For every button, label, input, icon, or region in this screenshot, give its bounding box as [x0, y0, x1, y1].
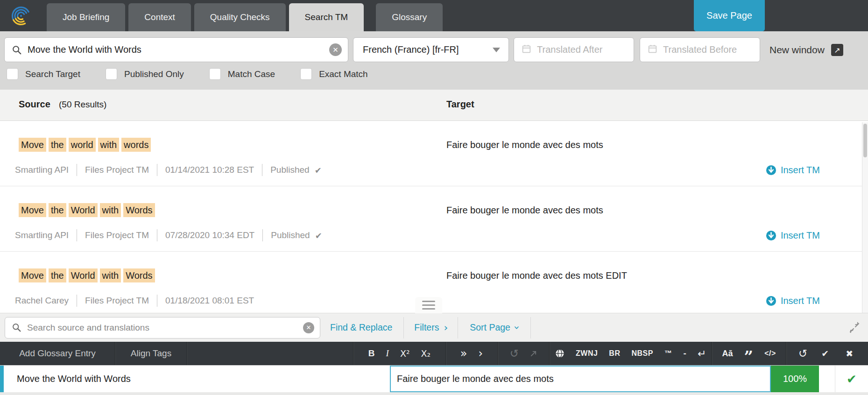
translated-after-placeholder: Translated After — [537, 44, 602, 55]
smart-quotes-button[interactable]: ” — [739, 349, 759, 358]
translated-after-field[interactable]: Translated After — [514, 37, 634, 62]
status-badge: Published ✔ — [271, 230, 322, 240]
insert-tm-button[interactable]: Insert TM — [766, 230, 820, 241]
divider — [530, 317, 531, 339]
calendar-icon — [648, 44, 657, 56]
results-scrollbar — [862, 122, 868, 313]
published-check-icon: ✔ — [315, 231, 322, 240]
code-view-button[interactable]: </> — [759, 349, 782, 358]
author-label: Smartling API — [15, 230, 69, 240]
toolbar-spacer — [187, 342, 353, 365]
translated-before-field[interactable]: Translated Before — [640, 37, 760, 62]
br-button[interactable]: BR — [603, 349, 626, 358]
carriage-return-button[interactable]: ↵ — [692, 348, 712, 360]
scrollbar-thumb[interactable] — [863, 124, 867, 157]
tab-context[interactable]: Context — [128, 3, 191, 31]
special-character-globe-button[interactable] — [550, 349, 570, 358]
italic-button[interactable]: I — [381, 348, 395, 359]
project-label: Files Project TM — [85, 230, 149, 240]
dash-button[interactable]: - — [677, 348, 692, 359]
close-button[interactable]: ✖ — [837, 348, 861, 359]
window-bottom-edge — [0, 392, 868, 395]
chevron-right-icon: › — [444, 323, 448, 333]
tm-search-input[interactable] — [27, 44, 329, 56]
subscript-button[interactable]: X₂ — [416, 348, 437, 359]
source-text: MovetheWorldwithWords — [0, 203, 446, 217]
divider — [262, 229, 263, 241]
project-label: Files Project TM — [85, 296, 149, 306]
align-tags-button[interactable]: Align Tags — [117, 348, 185, 359]
revision-history-button[interactable]: ↺ — [793, 347, 813, 360]
segment-source-cell[interactable]: Move the World with Words — [4, 366, 390, 392]
panel-drag-handle[interactable] — [415, 297, 442, 313]
author-label: Smartling API — [15, 165, 69, 175]
chevron-down-icon: › — [512, 325, 522, 330]
language-select[interactable]: French (France) [fr-FR] — [353, 37, 509, 62]
highlighted-word: the — [49, 268, 66, 282]
target-column-header: Target — [446, 99, 474, 110]
segment-search-input[interactable] — [26, 322, 303, 333]
tab-quality-checks[interactable]: Quality Checks — [194, 3, 286, 31]
highlighted-word: the — [49, 138, 66, 152]
superscript-button[interactable]: X² — [395, 348, 416, 359]
insert-tm-button[interactable]: Insert TM — [766, 165, 820, 176]
date-label: 07/28/2020 10:34 EDT — [165, 230, 254, 240]
collapse-panel-icon[interactable] — [848, 322, 861, 334]
search-target-checkbox[interactable] — [7, 68, 18, 80]
highlighted-word: world — [69, 138, 96, 152]
trademark-button[interactable]: ™ — [659, 349, 678, 358]
nbsp-button[interactable]: NBSP — [626, 349, 658, 358]
translation-workbench: Job Briefing Context Quality Checks Sear… — [0, 0, 868, 395]
insert-tm-button[interactable]: Insert TM — [766, 296, 820, 306]
author-label: Rachel Carey — [15, 296, 69, 306]
checkbox-published-only: Published Only — [106, 68, 184, 80]
new-window-link[interactable]: New window ↗ — [769, 42, 843, 58]
find-replace-button[interactable]: Find & Replace — [330, 322, 392, 333]
exact-match-checkbox[interactable] — [300, 68, 312, 80]
sort-page-button[interactable]: Sort Page › — [470, 322, 519, 333]
highlighted-word: words — [121, 138, 151, 152]
letter-case-button[interactable]: Aā — [717, 349, 739, 359]
chevron-down-icon — [493, 48, 500, 52]
next-segment-button[interactable]: › — [473, 347, 489, 360]
segment-approved-check-icon[interactable]: ✔ — [835, 366, 868, 392]
divider — [77, 164, 77, 176]
highlighted-word: Move — [19, 268, 46, 282]
translated-before-placeholder: Translated Before — [663, 44, 737, 55]
bold-button[interactable]: B — [363, 348, 381, 359]
result-metadata: Rachel Carey Files Project TM 01/18/2021… — [15, 295, 766, 307]
clear-search-icon[interactable]: ✕ — [329, 43, 342, 56]
segment-target-input[interactable]: Faire bouger le monde avec des mots — [390, 366, 771, 392]
published-only-checkbox[interactable] — [106, 68, 117, 80]
tab-search-tm[interactable]: Search TM — [289, 3, 364, 31]
match-case-label: Match Case — [228, 69, 275, 79]
calendar-icon — [522, 44, 531, 56]
target-text: Faire bouger le monde avec des mots — [446, 203, 868, 217]
target-text: Faire bouger le monde avec des mots EDIT — [446, 268, 868, 282]
search-filter-panel: ✕ French (France) [fr-FR] Translated Aft… — [0, 31, 868, 90]
highlighted-word: the — [49, 203, 66, 217]
results-column-header: Source (50 Results) Target — [0, 90, 868, 121]
collapse-tags-button[interactable] — [524, 350, 543, 357]
active-segment-row: Move the World with Words Faire bouger l… — [0, 365, 868, 392]
editor-toolbar: Add Glossary Entry Align Tags B I X² X₂ … — [0, 342, 868, 365]
tm-result-row: Movetheworldwithwords Faire bouger le mo… — [0, 121, 868, 186]
add-glossary-entry-button[interactable]: Add Glossary Entry — [5, 348, 110, 359]
save-page-button[interactable]: Save Page — [694, 0, 765, 31]
filters-button[interactable]: Filters › — [414, 322, 448, 333]
result-metadata: Smartling API Files Project TM 07/28/202… — [15, 229, 766, 241]
confirm-button[interactable]: ✔ — [813, 348, 837, 359]
segment-search-bar: ✕ Find & Replace Filters › Sort Page › — [0, 313, 868, 342]
undo-button[interactable]: ↺ — [504, 347, 524, 360]
next-untranslated-button[interactable]: » — [455, 347, 473, 360]
divider — [77, 295, 77, 307]
match-case-checkbox[interactable] — [209, 68, 221, 80]
clear-search-icon[interactable]: ✕ — [303, 322, 314, 333]
new-window-label: New window — [769, 44, 825, 56]
highlighted-word: Words — [123, 203, 155, 217]
tab-glossary[interactable]: Glossary — [376, 3, 443, 31]
tab-job-briefing[interactable]: Job Briefing — [47, 3, 125, 31]
segment-search-field: ✕ — [5, 317, 320, 339]
divider — [458, 317, 458, 339]
zwnj-button[interactable]: ZWNJ — [570, 349, 603, 358]
